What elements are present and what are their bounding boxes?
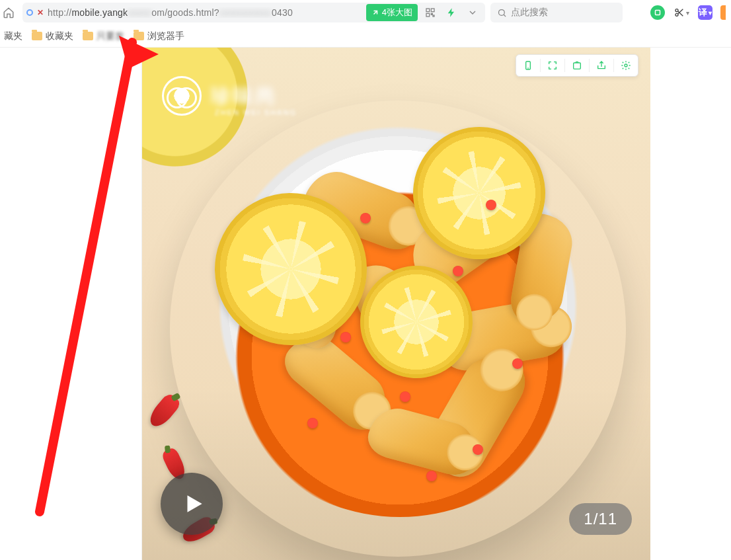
- partial-orange-icon[interactable]: [720, 5, 726, 20]
- url-text: http://mobile.yangkxxxxxom/goods.html?xx…: [48, 7, 362, 18]
- svg-rect-1: [431, 9, 434, 12]
- folder-icon: [32, 32, 42, 40]
- bookmark-item[interactable]: 藏夹: [4, 30, 22, 42]
- svg-rect-11: [574, 63, 581, 69]
- svg-rect-0: [426, 9, 430, 12]
- svg-point-8: [675, 13, 678, 16]
- svg-point-5: [499, 9, 505, 15]
- qr-icon[interactable]: [422, 4, 439, 21]
- image-counter: 1/11: [569, 503, 632, 535]
- search-placeholder: 点此搜索: [511, 7, 548, 19]
- folder-icon: [134, 32, 144, 40]
- expand-icon[interactable]: [543, 56, 562, 75]
- product-image-viewer[interactable]: 珍味尚 ZHEN WEI SHANG 1/11: [141, 48, 650, 560]
- dev-toolbar: [516, 54, 638, 77]
- screenshot-icon[interactable]: ▾: [673, 4, 690, 21]
- extension-green-icon[interactable]: [650, 5, 665, 20]
- svg-line-13: [40, 42, 132, 512]
- chevron-down-icon[interactable]: [464, 4, 481, 21]
- svg-rect-4: [433, 15, 434, 17]
- play-button[interactable]: [161, 473, 223, 535]
- svg-rect-3: [431, 13, 432, 15]
- home-icon[interactable]: [0, 7, 17, 19]
- gear-icon[interactable]: [617, 56, 635, 75]
- share-icon[interactable]: [592, 56, 611, 75]
- search-icon: [497, 8, 507, 18]
- capture-icon[interactable]: [568, 56, 586, 75]
- bookmarks-bar: 藏夹 收藏夹 只要发 浏览器手: [0, 25, 731, 48]
- big-image-badge[interactable]: 4张大图: [366, 4, 418, 21]
- bookmark-folder[interactable]: 浏览器手: [134, 30, 184, 42]
- address-bar[interactable]: ✕ http://mobile.yangkxxxxxom/goods.html?…: [22, 3, 485, 22]
- mobile-icon[interactable]: [519, 56, 537, 75]
- folder-icon: [83, 32, 93, 40]
- svg-rect-2: [426, 13, 430, 17]
- brand-logo-icon: [162, 76, 202, 116]
- not-secure-icon: ✕: [37, 8, 44, 17]
- translate-icon[interactable]: 译▾: [698, 5, 712, 20]
- bookmark-folder[interactable]: 收藏夹: [32, 30, 73, 42]
- search-input[interactable]: 点此搜索: [490, 3, 623, 22]
- bookmark-folder[interactable]: 只要发: [83, 30, 124, 42]
- brand-watermark: 珍味尚 ZHEN WEI SHANG: [162, 74, 360, 118]
- svg-rect-6: [656, 11, 660, 15]
- site-info-icon[interactable]: [26, 9, 33, 16]
- svg-point-12: [625, 64, 627, 67]
- svg-point-7: [675, 9, 678, 12]
- play-icon: [181, 491, 206, 516]
- bolt-icon[interactable]: [443, 4, 460, 21]
